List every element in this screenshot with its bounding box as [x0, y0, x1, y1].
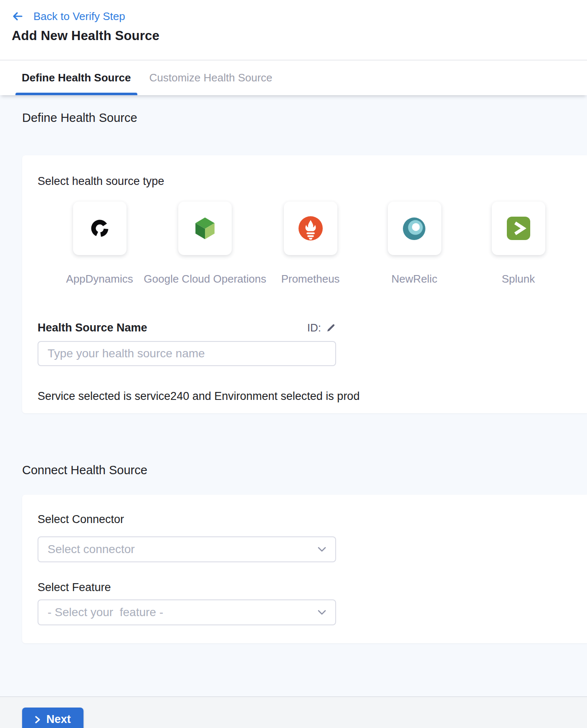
define-section-heading: Define Health Source [22, 111, 587, 124]
source-google-cloud-operations: Google Cloud Operations [152, 202, 258, 285]
health-source-type-row: AppDynamics Google Cloud Operations [48, 202, 570, 285]
chevron-right-icon [35, 715, 40, 724]
tab-customize-health-source[interactable]: Customize Health Source [143, 61, 279, 95]
id-label: ID: [307, 321, 321, 334]
prometheus-icon [299, 216, 323, 240]
google-cloud-operations-icon [194, 217, 216, 240]
page-title: Add New Health Source [12, 28, 575, 43]
prometheus-label: Prometheus [281, 273, 339, 285]
splunk-label: Splunk [502, 273, 535, 285]
connector-select-placeholder: Select connector [48, 543, 135, 556]
service-environment-note: Service selected is service240 and Envir… [38, 389, 570, 403]
next-button-label: Next [46, 713, 71, 726]
tab-customize-label: Customize Health Source [149, 71, 273, 84]
connect-health-source-card: Select Connector Select connector Select… [22, 495, 587, 643]
source-newrelic: NewRelic [362, 202, 466, 285]
source-appdynamics: AppDynamics [48, 202, 152, 285]
select-type-label: Select health source type [38, 174, 570, 188]
splunk-tile[interactable] [492, 202, 545, 255]
google-cloud-operations-tile[interactable] [178, 202, 232, 255]
newrelic-label: NewRelic [392, 273, 438, 285]
tab-define-health-source[interactable]: Define Health Source [15, 61, 137, 95]
select-connector-label: Select Connector [38, 513, 570, 526]
connect-section-heading: Connect Health Source [22, 463, 587, 477]
select-feature-label: Select Feature [38, 581, 570, 594]
back-to-verify-link[interactable]: Back to Verify Step [12, 10, 125, 23]
edit-pencil-icon[interactable] [326, 323, 336, 333]
tab-define-label: Define Health Source [22, 71, 131, 84]
back-arrow-icon [12, 10, 23, 22]
appdynamics-label: AppDynamics [66, 273, 133, 285]
newrelic-icon [402, 216, 427, 240]
source-prometheus: Prometheus [258, 202, 362, 285]
feature-select-placeholder: - Select your feature - [48, 606, 163, 619]
main-content: Define Health Source Select health sourc… [0, 111, 587, 696]
appdynamics-icon [90, 218, 110, 238]
source-splunk: Splunk [466, 202, 570, 285]
define-health-source-card: Select health source type AppDynamics [22, 155, 587, 413]
connector-select[interactable]: Select connector [38, 536, 336, 562]
appdynamics-tile[interactable] [73, 202, 127, 255]
feature-select[interactable]: - Select your feature - [38, 599, 336, 625]
next-button[interactable]: Next [22, 708, 83, 728]
back-link-label: Back to Verify Step [33, 10, 125, 23]
google-cloud-operations-label: Google Cloud Operations [144, 273, 266, 285]
footer-bar: Next [0, 696, 587, 728]
newrelic-tile[interactable] [388, 202, 441, 255]
health-source-name-label: Health Source Name [38, 321, 147, 334]
chevron-down-icon [318, 610, 326, 615]
prometheus-tile[interactable] [284, 202, 337, 255]
tab-bar: Define Health Source Customize Health So… [0, 61, 587, 95]
chevron-down-icon [318, 547, 326, 552]
splunk-icon [507, 217, 530, 240]
health-source-name-input[interactable] [38, 341, 336, 366]
page-header: Back to Verify Step Add New Health Sourc… [0, 0, 587, 61]
